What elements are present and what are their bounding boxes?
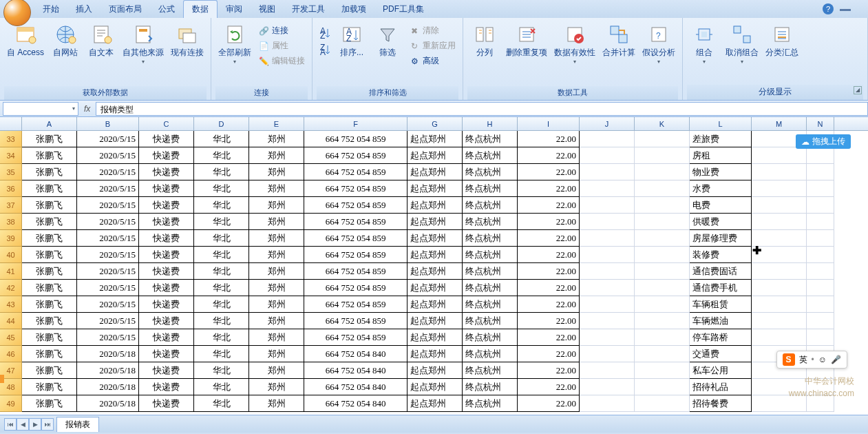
cell[interactable] [635, 263, 690, 280]
cell[interactable]: 郑州 [249, 329, 304, 346]
consolidate-button[interactable]: 合并计算 [600, 22, 638, 81]
cell[interactable] [580, 280, 635, 296]
cell[interactable]: 22.00 [518, 164, 580, 180]
cell[interactable]: 终点杭州 [463, 379, 518, 395]
cell[interactable] [807, 147, 834, 164]
cell[interactable]: 终点杭州 [463, 197, 518, 214]
cell[interactable]: 终点杭州 [463, 362, 518, 379]
cell[interactable]: 起点郑州 [407, 362, 463, 379]
cell[interactable] [752, 197, 807, 214]
cell[interactable]: 22.00 [518, 329, 580, 346]
cell[interactable]: 郑州 [249, 247, 304, 263]
col-header[interactable]: F [304, 117, 407, 130]
reapply-button[interactable]: ↻重新应用 [406, 39, 458, 53]
col-header[interactable]: E [249, 117, 304, 130]
cell[interactable] [580, 247, 635, 263]
cell[interactable]: 华北 [194, 296, 249, 313]
ungroup-button[interactable]: 取消组合▾ [723, 22, 761, 81]
cell[interactable] [580, 147, 635, 164]
properties-button[interactable]: 📄属性 [255, 39, 308, 53]
advanced-button[interactable]: ⚙高级 [406, 54, 458, 68]
row-header[interactable]: 36 [0, 180, 22, 197]
tab-formula[interactable]: 公式 [150, 1, 183, 18]
sort-button[interactable]: AZ排序... [335, 22, 369, 81]
whatif-button[interactable]: ?假设分析▾ [639, 22, 678, 81]
cell[interactable]: 664 752 054 859 [304, 131, 407, 147]
cell[interactable]: 华北 [194, 313, 249, 329]
row-header[interactable]: 49 [0, 395, 22, 412]
cell[interactable]: 起点郑州 [407, 180, 463, 197]
cell[interactable]: 房租 [690, 147, 752, 164]
filter-button[interactable]: 筛选 [370, 22, 405, 81]
col-header[interactable]: J [580, 117, 635, 130]
cell[interactable] [580, 329, 635, 346]
cell[interactable]: 22.00 [518, 180, 580, 197]
cell[interactable]: 交通费 [690, 346, 752, 362]
cell[interactable]: 664 752 054 859 [304, 313, 407, 329]
edit-links-button[interactable]: ✏️编辑链接 [255, 54, 308, 68]
cell[interactable]: 2020/5/15 [77, 230, 139, 247]
text-to-columns-button[interactable]: 分列 [467, 22, 502, 81]
validation-button[interactable]: 数据有效性▾ [551, 22, 598, 81]
col-header[interactable]: N [807, 117, 834, 130]
cell[interactable] [752, 263, 807, 280]
cell[interactable]: 郑州 [249, 131, 304, 147]
cell[interactable]: 起点郑州 [407, 313, 463, 329]
cell[interactable]: 664 752 054 859 [304, 230, 407, 247]
cell[interactable]: 物业费 [690, 164, 752, 180]
cell[interactable]: 2020/5/18 [77, 379, 139, 395]
cell[interactable] [635, 131, 690, 147]
row-header[interactable]: 45 [0, 329, 22, 346]
sort-asc-button[interactable]: AZ [317, 26, 333, 40]
cell[interactable] [752, 280, 807, 296]
ime-lang[interactable]: 英 [799, 354, 807, 366]
cell[interactable]: 郑州 [249, 197, 304, 214]
cell[interactable] [635, 247, 690, 263]
cell[interactable]: 终点杭州 [463, 313, 518, 329]
cell[interactable]: 664 752 054 859 [304, 280, 407, 296]
cell[interactable]: 22.00 [518, 230, 580, 247]
cell[interactable]: 终点杭州 [463, 147, 518, 164]
col-header[interactable]: H [463, 117, 518, 130]
existing-conn-button[interactable]: 现有连接 [168, 22, 207, 81]
cell[interactable]: 郑州 [249, 230, 304, 247]
cell[interactable]: 郑州 [249, 214, 304, 230]
subtotal-button[interactable]: 分类汇总 [763, 22, 801, 81]
cell[interactable]: 终点杭州 [463, 180, 518, 197]
col-header[interactable]: B [77, 117, 139, 130]
cell[interactable]: 2020/5/15 [77, 280, 139, 296]
cell[interactable] [635, 230, 690, 247]
cell[interactable] [807, 329, 834, 346]
cell[interactable]: 快递费 [139, 180, 194, 197]
from-other-button[interactable]: 自其他来源▾ [120, 22, 167, 81]
cell[interactable]: 22.00 [518, 296, 580, 313]
cell[interactable] [580, 263, 635, 280]
cell[interactable] [580, 230, 635, 247]
cell[interactable]: 快递费 [139, 131, 194, 147]
cell[interactable] [635, 180, 690, 197]
cell[interactable]: 张鹏飞 [22, 263, 77, 280]
cell[interactable]: 664 752 054 859 [304, 164, 407, 180]
from-text-button[interactable]: 自文本 [84, 22, 118, 81]
cell[interactable]: 22.00 [518, 247, 580, 263]
cell[interactable]: 664 752 054 859 [304, 197, 407, 214]
cell[interactable] [807, 180, 834, 197]
cell[interactable]: 快递费 [139, 197, 194, 214]
cell[interactable]: 快递费 [139, 214, 194, 230]
cell[interactable]: 起点郑州 [407, 263, 463, 280]
cell[interactable]: 郑州 [249, 280, 304, 296]
cell[interactable]: 私车公用 [690, 362, 752, 379]
cell[interactable]: 终点杭州 [463, 346, 518, 362]
cell[interactable] [580, 197, 635, 214]
cell[interactable]: 张鹏飞 [22, 214, 77, 230]
cell[interactable]: 华北 [194, 214, 249, 230]
cell[interactable] [580, 131, 635, 147]
cell[interactable] [635, 296, 690, 313]
cell[interactable]: 快递费 [139, 280, 194, 296]
connections-button[interactable]: 🔗连接 [255, 23, 308, 38]
cell[interactable]: 664 752 054 840 [304, 346, 407, 362]
cell[interactable]: 华北 [194, 131, 249, 147]
col-header[interactable]: L [690, 117, 752, 130]
cell[interactable]: 终点杭州 [463, 263, 518, 280]
from-access-button[interactable]: 自 Access [4, 22, 47, 81]
